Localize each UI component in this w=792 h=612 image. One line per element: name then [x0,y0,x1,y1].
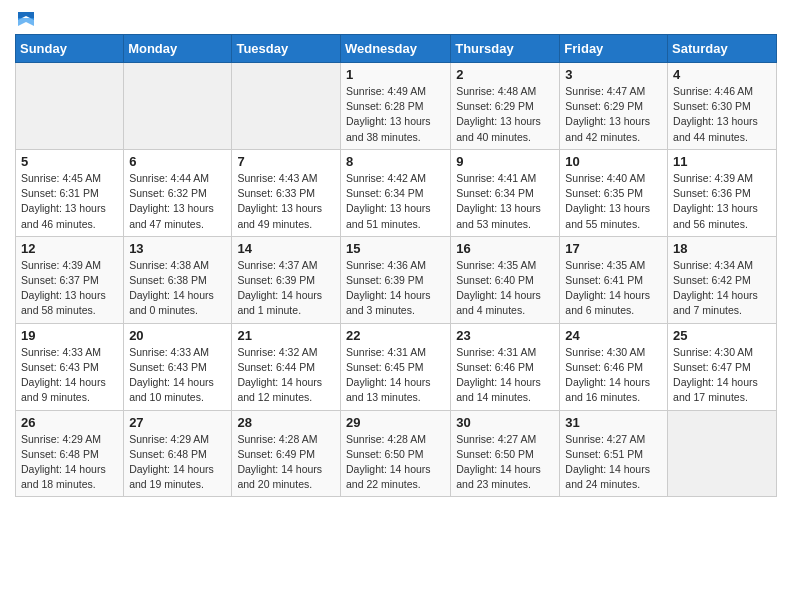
calendar-cell: 11Sunrise: 4:39 AM Sunset: 6:36 PM Dayli… [668,149,777,236]
day-number: 6 [129,154,226,169]
day-number: 13 [129,241,226,256]
calendar-week-4: 19Sunrise: 4:33 AM Sunset: 6:43 PM Dayli… [16,323,777,410]
calendar-cell: 27Sunrise: 4:29 AM Sunset: 6:48 PM Dayli… [124,410,232,497]
day-number: 30 [456,415,554,430]
weekday-header-monday: Monday [124,35,232,63]
day-number: 29 [346,415,445,430]
calendar-cell: 8Sunrise: 4:42 AM Sunset: 6:34 PM Daylig… [340,149,450,236]
calendar-cell: 10Sunrise: 4:40 AM Sunset: 6:35 PM Dayli… [560,149,668,236]
day-info: Sunrise: 4:48 AM Sunset: 6:29 PM Dayligh… [456,84,554,145]
day-info: Sunrise: 4:41 AM Sunset: 6:34 PM Dayligh… [456,171,554,232]
day-number: 3 [565,67,662,82]
svg-marker-1 [18,18,34,26]
day-number: 18 [673,241,771,256]
calendar-cell: 30Sunrise: 4:27 AM Sunset: 6:50 PM Dayli… [451,410,560,497]
day-number: 31 [565,415,662,430]
day-info: Sunrise: 4:34 AM Sunset: 6:42 PM Dayligh… [673,258,771,319]
calendar-cell: 26Sunrise: 4:29 AM Sunset: 6:48 PM Dayli… [16,410,124,497]
day-number: 2 [456,67,554,82]
day-info: Sunrise: 4:33 AM Sunset: 6:43 PM Dayligh… [129,345,226,406]
day-info: Sunrise: 4:30 AM Sunset: 6:46 PM Dayligh… [565,345,662,406]
day-info: Sunrise: 4:28 AM Sunset: 6:50 PM Dayligh… [346,432,445,493]
calendar-cell: 18Sunrise: 4:34 AM Sunset: 6:42 PM Dayli… [668,236,777,323]
day-info: Sunrise: 4:39 AM Sunset: 6:37 PM Dayligh… [21,258,118,319]
calendar-cell [232,63,341,150]
calendar-week-5: 26Sunrise: 4:29 AM Sunset: 6:48 PM Dayli… [16,410,777,497]
calendar-week-2: 5Sunrise: 4:45 AM Sunset: 6:31 PM Daylig… [16,149,777,236]
day-number: 10 [565,154,662,169]
calendar-table: SundayMondayTuesdayWednesdayThursdayFrid… [15,34,777,497]
logo [15,10,38,26]
calendar-cell: 16Sunrise: 4:35 AM Sunset: 6:40 PM Dayli… [451,236,560,323]
calendar-cell: 5Sunrise: 4:45 AM Sunset: 6:31 PM Daylig… [16,149,124,236]
calendar-cell: 22Sunrise: 4:31 AM Sunset: 6:45 PM Dayli… [340,323,450,410]
calendar-week-3: 12Sunrise: 4:39 AM Sunset: 6:37 PM Dayli… [16,236,777,323]
day-number: 14 [237,241,335,256]
calendar-cell: 7Sunrise: 4:43 AM Sunset: 6:33 PM Daylig… [232,149,341,236]
day-number: 12 [21,241,118,256]
day-number: 8 [346,154,445,169]
day-number: 4 [673,67,771,82]
calendar-cell: 3Sunrise: 4:47 AM Sunset: 6:29 PM Daylig… [560,63,668,150]
day-number: 16 [456,241,554,256]
calendar-cell [668,410,777,497]
day-number: 7 [237,154,335,169]
day-info: Sunrise: 4:33 AM Sunset: 6:43 PM Dayligh… [21,345,118,406]
calendar-cell: 20Sunrise: 4:33 AM Sunset: 6:43 PM Dayli… [124,323,232,410]
calendar-cell: 9Sunrise: 4:41 AM Sunset: 6:34 PM Daylig… [451,149,560,236]
day-info: Sunrise: 4:35 AM Sunset: 6:41 PM Dayligh… [565,258,662,319]
logo-flag-icon [16,10,38,28]
day-info: Sunrise: 4:29 AM Sunset: 6:48 PM Dayligh… [129,432,226,493]
weekday-header-row: SundayMondayTuesdayWednesdayThursdayFrid… [16,35,777,63]
day-number: 27 [129,415,226,430]
calendar-cell: 4Sunrise: 4:46 AM Sunset: 6:30 PM Daylig… [668,63,777,150]
calendar-cell: 2Sunrise: 4:48 AM Sunset: 6:29 PM Daylig… [451,63,560,150]
calendar-cell: 23Sunrise: 4:31 AM Sunset: 6:46 PM Dayli… [451,323,560,410]
day-info: Sunrise: 4:49 AM Sunset: 6:28 PM Dayligh… [346,84,445,145]
day-number: 15 [346,241,445,256]
calendar-cell: 13Sunrise: 4:38 AM Sunset: 6:38 PM Dayli… [124,236,232,323]
day-number: 25 [673,328,771,343]
calendar-cell: 28Sunrise: 4:28 AM Sunset: 6:49 PM Dayli… [232,410,341,497]
day-number: 20 [129,328,226,343]
calendar-cell: 29Sunrise: 4:28 AM Sunset: 6:50 PM Dayli… [340,410,450,497]
day-number: 19 [21,328,118,343]
calendar-cell: 19Sunrise: 4:33 AM Sunset: 6:43 PM Dayli… [16,323,124,410]
day-number: 9 [456,154,554,169]
calendar-cell: 1Sunrise: 4:49 AM Sunset: 6:28 PM Daylig… [340,63,450,150]
day-info: Sunrise: 4:31 AM Sunset: 6:46 PM Dayligh… [456,345,554,406]
calendar-cell: 17Sunrise: 4:35 AM Sunset: 6:41 PM Dayli… [560,236,668,323]
calendar-cell [16,63,124,150]
day-info: Sunrise: 4:35 AM Sunset: 6:40 PM Dayligh… [456,258,554,319]
calendar-cell: 25Sunrise: 4:30 AM Sunset: 6:47 PM Dayli… [668,323,777,410]
day-info: Sunrise: 4:36 AM Sunset: 6:39 PM Dayligh… [346,258,445,319]
day-number: 11 [673,154,771,169]
day-info: Sunrise: 4:27 AM Sunset: 6:50 PM Dayligh… [456,432,554,493]
calendar-cell [124,63,232,150]
day-info: Sunrise: 4:38 AM Sunset: 6:38 PM Dayligh… [129,258,226,319]
weekday-header-friday: Friday [560,35,668,63]
day-info: Sunrise: 4:47 AM Sunset: 6:29 PM Dayligh… [565,84,662,145]
calendar-cell: 24Sunrise: 4:30 AM Sunset: 6:46 PM Dayli… [560,323,668,410]
page-header [15,10,777,26]
day-number: 1 [346,67,445,82]
weekday-header-sunday: Sunday [16,35,124,63]
day-info: Sunrise: 4:32 AM Sunset: 6:44 PM Dayligh… [237,345,335,406]
weekday-header-thursday: Thursday [451,35,560,63]
day-info: Sunrise: 4:28 AM Sunset: 6:49 PM Dayligh… [237,432,335,493]
day-info: Sunrise: 4:40 AM Sunset: 6:35 PM Dayligh… [565,171,662,232]
day-info: Sunrise: 4:30 AM Sunset: 6:47 PM Dayligh… [673,345,771,406]
calendar-cell: 6Sunrise: 4:44 AM Sunset: 6:32 PM Daylig… [124,149,232,236]
day-info: Sunrise: 4:29 AM Sunset: 6:48 PM Dayligh… [21,432,118,493]
day-number: 21 [237,328,335,343]
calendar-cell: 12Sunrise: 4:39 AM Sunset: 6:37 PM Dayli… [16,236,124,323]
day-info: Sunrise: 4:39 AM Sunset: 6:36 PM Dayligh… [673,171,771,232]
day-info: Sunrise: 4:43 AM Sunset: 6:33 PM Dayligh… [237,171,335,232]
day-info: Sunrise: 4:31 AM Sunset: 6:45 PM Dayligh… [346,345,445,406]
day-number: 28 [237,415,335,430]
calendar-cell: 21Sunrise: 4:32 AM Sunset: 6:44 PM Dayli… [232,323,341,410]
calendar-cell: 14Sunrise: 4:37 AM Sunset: 6:39 PM Dayli… [232,236,341,323]
day-number: 17 [565,241,662,256]
weekday-header-wednesday: Wednesday [340,35,450,63]
day-info: Sunrise: 4:45 AM Sunset: 6:31 PM Dayligh… [21,171,118,232]
